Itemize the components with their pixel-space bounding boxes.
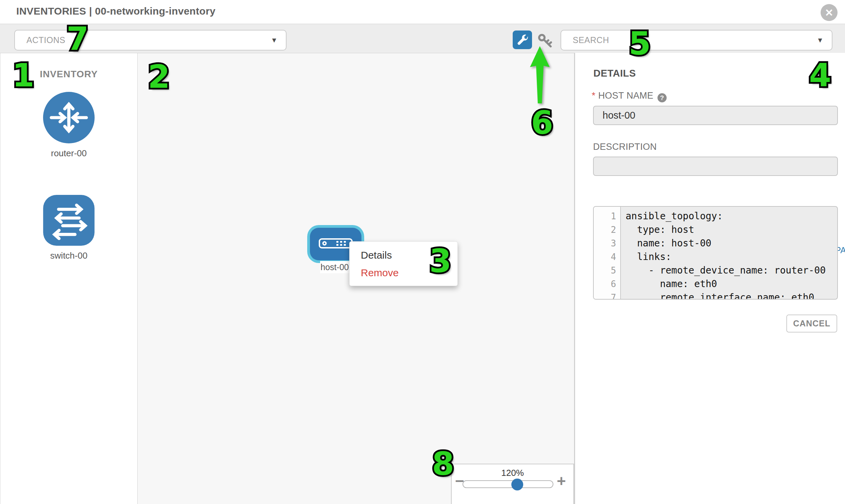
- code-line: 2 type: host: [594, 223, 837, 237]
- switch-icon: [43, 241, 94, 247]
- code-line: 7 remote_interface_name: eth0: [594, 291, 837, 300]
- app-header: INVENTORIES | 00-networking-inventory ✕: [0, 0, 845, 24]
- details-panel: DETAILS *HOST NAME? DESCRIPTION VARIABLE…: [574, 53, 845, 504]
- annotation-arrow-up: [526, 43, 556, 108]
- palette-item-label: router-00: [42, 148, 96, 159]
- host-name-label: HOST NAME: [598, 90, 653, 101]
- code-line: 1 ansible_topology:: [594, 210, 837, 223]
- chevron-down-icon: ▾: [272, 35, 276, 44]
- help-icon[interactable]: ?: [657, 93, 667, 102]
- networking-inventory-screen: INVENTORIES | 00-networking-inventory ✕ …: [0, 0, 845, 504]
- annotation-2: 2: [148, 61, 170, 93]
- close-icon[interactable]: ✕: [821, 4, 838, 21]
- zoom-out-button[interactable]: −: [455, 473, 464, 489]
- host-node-label: host-00: [320, 261, 349, 273]
- annotation-5: 5: [629, 28, 651, 60]
- zoom-slider-track[interactable]: [462, 480, 553, 488]
- zoom-level-value: 120%: [452, 468, 574, 478]
- zoom-control-panel: 120% − +: [451, 464, 574, 504]
- code-line: 4 links:: [594, 250, 837, 264]
- actions-dropdown-label: ACTIONS: [27, 35, 66, 45]
- palette-item-router[interactable]: router-00: [42, 92, 96, 159]
- annotation-8: 8: [432, 448, 454, 480]
- palette-item-switch[interactable]: switch-00: [42, 195, 96, 261]
- code-line: 6 name: eth0: [594, 277, 837, 291]
- description-input[interactable]: [593, 157, 838, 176]
- annotation-6: 6: [531, 107, 553, 139]
- code-line: 5 - remote_device_name: router-00: [594, 264, 837, 277]
- host-device-icon: [319, 238, 353, 250]
- chevron-down-icon: ▾: [818, 35, 822, 44]
- page-title: INVENTORIES | 00-networking-inventory: [16, 5, 215, 17]
- toolbar: ACTIONS ▾: [0, 24, 845, 54]
- annotation-4: 4: [809, 60, 831, 91]
- code-rows: 1 ansible_topology: 2 type: host 3 name:…: [594, 210, 837, 300]
- cancel-button[interactable]: CANCEL: [786, 314, 837, 332]
- inventory-palette-sidebar: INVENTORY router-00: [0, 53, 138, 504]
- annotation-3: 3: [429, 246, 451, 277]
- zoom-slider-thumb[interactable]: [511, 479, 523, 490]
- annotation-7: 7: [67, 23, 88, 55]
- host-name-label-row: *HOST NAME?: [592, 90, 667, 102]
- search-dropdown[interactable]: SEARCH ▾: [561, 30, 832, 51]
- host-name-input[interactable]: [593, 106, 838, 125]
- required-asterisk: *: [592, 90, 595, 101]
- code-line: 3 name: host-00: [594, 237, 837, 250]
- search-dropdown-label: SEARCH: [573, 35, 609, 45]
- zoom-in-button[interactable]: +: [557, 473, 566, 489]
- details-panel-title: DETAILS: [593, 68, 636, 79]
- router-icon: [43, 139, 94, 144]
- annotation-1: 1: [12, 60, 34, 91]
- variables-code-editor[interactable]: 1 ansible_topology: 2 type: host 3 name:…: [593, 206, 838, 300]
- actions-dropdown[interactable]: ACTIONS ▾: [14, 30, 286, 51]
- description-label: DESCRIPTION: [593, 142, 657, 152]
- palette-item-label: switch-00: [42, 251, 96, 261]
